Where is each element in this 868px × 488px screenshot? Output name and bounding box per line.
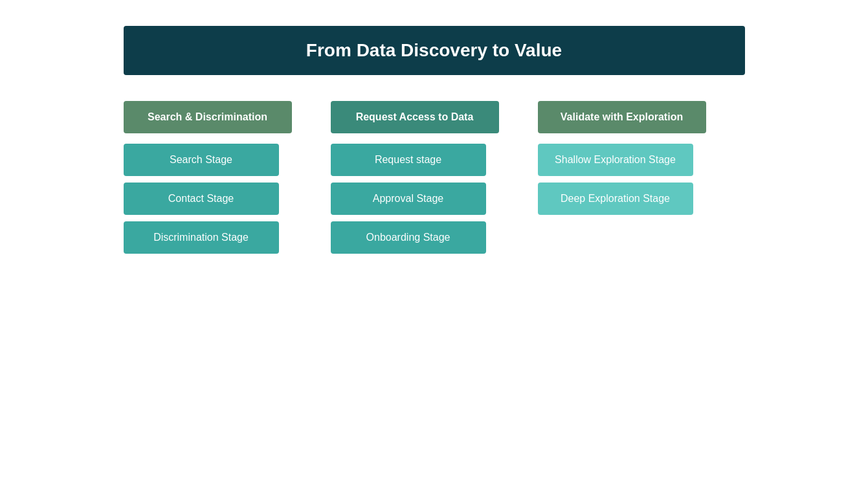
search-stage: Search Stage — [124, 144, 279, 176]
shallow-exploration-stage: Shallow Exploration Stage — [538, 144, 693, 176]
page-container: From Data Discovery to Value Search & Di… — [0, 0, 868, 488]
discrimination-stage: Discrimination Stage — [124, 221, 279, 254]
col3-header: Validate with Exploration — [538, 101, 706, 133]
column-2: Request Access to Data Request stage App… — [331, 101, 499, 260]
title-banner: From Data Discovery to Value — [124, 26, 745, 75]
column-3: Validate with Exploration Shallow Explor… — [538, 101, 706, 221]
request-stage: Request stage — [331, 144, 486, 176]
approval-stage: Approval Stage — [331, 183, 486, 215]
column-1: Search & Discrimination Search Stage Con… — [124, 101, 292, 260]
col1-header: Search & Discrimination — [124, 101, 292, 133]
diagram-area: Search & Discrimination Search Stage Con… — [124, 101, 745, 260]
col2-header: Request Access to Data — [331, 101, 499, 133]
page-title: From Data Discovery to Value — [150, 40, 719, 61]
onboarding-stage: Onboarding Stage — [331, 221, 486, 254]
deep-exploration-stage: Deep Exploration Stage — [538, 183, 693, 215]
contact-stage: Contact Stage — [124, 183, 279, 215]
